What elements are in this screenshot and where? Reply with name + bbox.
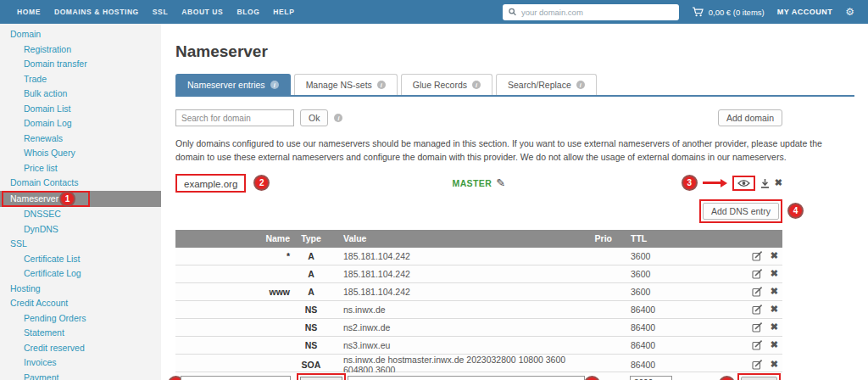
sidebar-item-trade[interactable]: Trade — [0, 72, 161, 87]
edit-record-icon[interactable] — [752, 305, 763, 315]
cell-type: A — [290, 269, 332, 279]
delete-record-icon[interactable]: ✖ — [771, 286, 778, 297]
gear-icon[interactable]: ⚙ — [845, 7, 854, 17]
sidebar-item-statement[interactable]: Statement — [0, 326, 161, 341]
domain-search-input[interactable] — [521, 8, 673, 17]
sidebar-item-domain-list[interactable]: Domain List — [0, 102, 161, 117]
zone-role-label: MASTER — [452, 178, 492, 188]
delete-record-icon[interactable]: ✖ — [771, 339, 778, 350]
sidebar-item-ssl[interactable]: SSL — [0, 237, 161, 252]
edit-zone-icon[interactable]: ✎ — [496, 176, 505, 189]
sidebar-item-registration[interactable]: Registration — [0, 42, 161, 58]
header-value: Value — [332, 233, 587, 243]
cell-name: * — [175, 251, 290, 261]
sidebar-item-credit-account[interactable]: Credit Account — [0, 296, 161, 311]
export-download-icon[interactable] — [760, 178, 770, 188]
tab-glue-records[interactable]: Glue Recordsi — [401, 74, 492, 95]
sidebar-item-domain[interactable]: Domain — [0, 27, 161, 42]
nav-item-blog[interactable]: BLOG — [236, 8, 259, 16]
cell-ttl: 86400 — [612, 360, 718, 370]
annotation-box-2: example.org — [175, 174, 246, 193]
zone-role-badge: MASTER ✎ — [452, 176, 505, 189]
info-icon[interactable]: i — [472, 81, 481, 89]
main-content: Nameserver Nameserver entriesiManage NS-… — [161, 24, 868, 380]
sidebar-item-nameserver[interactable]: Nameserver1 — [0, 191, 161, 208]
sidebar-item-credit-reserved[interactable]: Credit reserved — [0, 341, 161, 356]
sidebar-item-domain-transfer[interactable]: Domain transfer — [0, 57, 161, 72]
table-row: wwwA185.181.104.2423600✖ — [175, 283, 782, 301]
delete-record-icon[interactable]: ✖ — [771, 304, 778, 315]
cell-ttl: 3600 — [612, 269, 718, 279]
sidebar-item-dyndns[interactable]: DynDNS — [0, 222, 161, 238]
domain-search-box[interactable] — [503, 4, 679, 20]
sidebar-item-invoices[interactable]: Invoices — [0, 355, 161, 371]
dns-records-table: Name Type Value Prio TTL *A185.181.104.2… — [175, 230, 782, 380]
annotation-circle-1: 1 — [59, 191, 75, 207]
delete-record-icon[interactable]: ✖ — [771, 359, 778, 370]
sidebar-item-domain-contacts[interactable]: Domain Contacts — [0, 176, 161, 191]
my-account-button[interactable]: MY ACCOUNT — [777, 8, 833, 16]
sidebar-item-bulk-action[interactable]: Bulk action — [0, 87, 161, 102]
save-button[interactable]: Save — [741, 377, 777, 380]
table-header: Name Type Value Prio TTL — [175, 230, 782, 248]
header-ttl: TTL — [612, 233, 718, 243]
tab-nameserver-entries[interactable]: Nameserver entriesi — [175, 74, 291, 95]
annotation-circle-2: 2 — [253, 175, 270, 191]
edit-record-icon[interactable] — [752, 322, 763, 332]
table-row: A185.181.104.2423600✖ — [175, 265, 782, 283]
sidebar-item-payment[interactable]: Payment — [0, 371, 161, 380]
cart-icon — [692, 7, 704, 17]
nav-item-domains-hosting[interactable]: DOMAINS & HOSTING — [54, 8, 139, 16]
add-domain-button[interactable]: Add domain — [718, 109, 782, 126]
record-type-select[interactable]: TXT ▾ — [300, 377, 342, 380]
domain-row: example.org 2 MASTER ✎ 3 — [175, 172, 782, 194]
cell-value: ns3.inwx.eu — [332, 340, 587, 350]
table-row: NSns2.inwx.de86400✖ — [175, 319, 782, 337]
edit-record-icon[interactable] — [752, 360, 763, 370]
cell-value: ns2.inwx.de — [332, 322, 587, 332]
sidebar-item-pending-orders[interactable]: Pending Orders — [0, 311, 161, 327]
sidebar-item-renewals[interactable]: Renewals — [0, 131, 161, 147]
search-icon — [509, 8, 516, 16]
annotation-box-5: TXT ▾ — [297, 373, 346, 380]
info-icon[interactable]: i — [334, 114, 342, 122]
new-record-ttl-input[interactable] — [630, 376, 672, 380]
cell-ttl: 86400 — [612, 322, 718, 332]
edit-record-icon[interactable] — [752, 340, 763, 350]
sidebar-item-domain-log[interactable]: Domain Log — [0, 116, 161, 131]
add-dns-entry-button[interactable]: Add DNS entry — [703, 203, 779, 220]
tab-search-replace[interactable]: Search/Replacei — [496, 74, 597, 95]
domain-name[interactable]: example.org — [177, 177, 244, 191]
edit-record-icon[interactable] — [752, 269, 763, 279]
view-records-eye-icon[interactable] — [737, 179, 750, 187]
info-icon[interactable]: i — [576, 81, 585, 89]
info-icon[interactable]: i — [377, 81, 386, 89]
annotation-circle-4: 4 — [787, 203, 804, 219]
close-domain-icon[interactable]: ✖ — [775, 177, 782, 188]
tab-label: Manage NS-sets — [306, 80, 372, 90]
search-domain-input[interactable] — [175, 109, 294, 126]
sidebar-item-price-list[interactable]: Price list — [0, 161, 161, 176]
nav-item-home[interactable]: HOME — [17, 8, 41, 16]
sidebar-item-certificate-log[interactable]: Certificate Log — [0, 266, 161, 282]
ok-button[interactable]: Ok — [300, 109, 328, 126]
new-record-value-input[interactable] — [348, 376, 585, 380]
sidebar-item-whois-query[interactable]: Whois Query — [0, 146, 161, 161]
cart-button[interactable]: 0,00 € (0 items) — [692, 7, 765, 17]
sidebar-item-hosting[interactable]: Hosting — [0, 282, 161, 297]
cell-value: 185.181.104.242 — [332, 269, 587, 279]
delete-record-icon[interactable]: ✖ — [771, 268, 778, 279]
edit-record-icon[interactable] — [752, 287, 763, 297]
nav-item-help[interactable]: HELP — [273, 8, 294, 16]
delete-record-icon[interactable]: ✖ — [771, 250, 778, 261]
info-icon[interactable]: i — [270, 81, 279, 89]
cell-ttl: 3600 — [612, 287, 718, 297]
tab-manage-ns-sets[interactable]: Manage NS-setsi — [294, 74, 398, 95]
delete-record-icon[interactable]: ✖ — [771, 321, 778, 332]
edit-record-icon[interactable] — [752, 251, 763, 261]
nav-item-ssl[interactable]: SSL — [153, 8, 168, 16]
nav-item-about-us[interactable]: ABOUT US — [181, 8, 223, 16]
sidebar-item-dnssec[interactable]: DNSSEC — [0, 207, 161, 222]
sidebar-item-certificate-list[interactable]: Certificate List — [0, 252, 161, 267]
new-record-name-input[interactable] — [181, 376, 291, 380]
